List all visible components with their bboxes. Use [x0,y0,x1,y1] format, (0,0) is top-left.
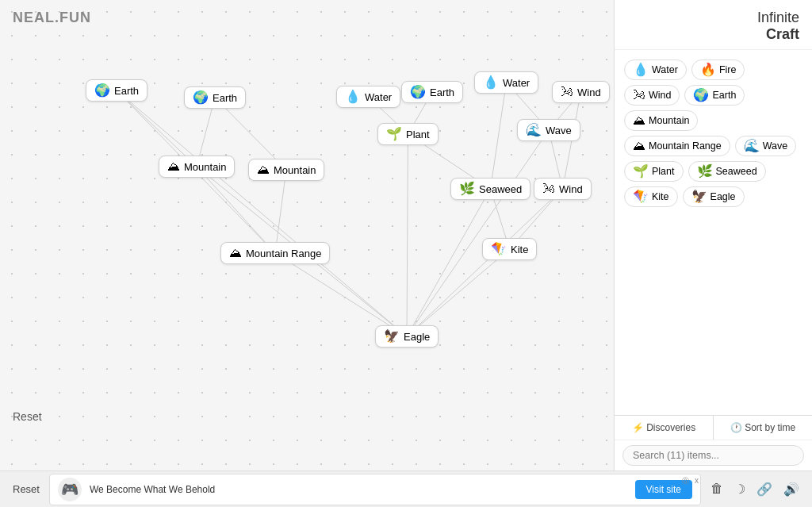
svg-line-17 [407,249,510,336]
node-n_earth3[interactable]: 🌍Earth [401,81,463,103]
node-n_wave[interactable]: 🌊Wave [517,119,580,141]
sidebar-element-plant[interactable]: 🌱Plant [624,161,684,182]
bottom-bar: Reset 🎮 We Become What We Behold Visit s… [0,471,812,507]
moon-icon[interactable]: ☽ [734,482,745,497]
ad-bar: 🎮 We Become What We Behold Visit site ⓪ … [49,474,701,505]
connections-svg [0,0,614,471]
node-n_earth2[interactable]: 🌍Earth [184,86,246,109]
node-n_wind2[interactable]: 🌬Wind [534,178,592,200]
sidebar: Infinite Craft 💧Water🔥Fire🌬Wind🌍Earth⛰Mo… [614,0,812,471]
sidebar-bottom: ⚡ Discoveries 🕐 Sort by time [615,415,812,440]
sound-icon[interactable]: 🔊 [783,482,799,497]
search-area [615,440,812,471]
node-n_wind1[interactable]: 🌬Wind [552,81,610,103]
logo-text: NEAL.FUN [13,10,91,25]
sidebar-element-water[interactable]: 💧Water [624,60,687,80]
node-n_eagle[interactable]: 🦅Eagle [375,325,439,348]
node-n_kite[interactable]: 🪁Kite [482,238,537,260]
search-input[interactable] [622,445,804,466]
svg-line-5 [275,170,286,253]
ad-avatar: 🎮 [58,478,82,501]
node-n_earth1[interactable]: 🌍Earth [86,79,147,102]
toolbar-icons: 🗑 ☽ 🔗 🔊 [710,482,799,497]
main-area: NEAL.FUN Reset 🌍Earth🌍Earth💧Water🌍Earth💧… [0,0,812,471]
svg-line-16 [275,253,407,336]
ad-close-button[interactable]: x [695,476,699,485]
node-n_plant[interactable]: 🌱Plant [377,123,439,145]
sidebar-element-mountain_range[interactable]: ⛰Mountain Range [624,136,730,156]
svg-line-19 [117,90,407,336]
elements-panel: 💧Water🔥Fire🌬Wind🌍Earth⛰Mountain⛰Mountain… [615,50,812,415]
node-n_seaweed[interactable]: 🌿Seaweed [450,178,530,200]
reset-bottom-button[interactable]: Reset [13,483,40,495]
sidebar-element-kite[interactable]: 🪁Kite [624,186,678,207]
sidebar-element-earth[interactable]: 🌍Earth [684,85,745,106]
infinite-text: Infinite [757,10,799,25]
sidebar-element-fire[interactable]: 🔥Fire [691,60,745,80]
sidebar-element-mountain[interactable]: ⛰Mountain [624,110,698,131]
sort-button[interactable]: 🕐 Sort by time [714,416,812,440]
svg-line-21 [407,130,549,336]
infinite-craft-logo: Infinite Craft [615,0,812,50]
sidebar-element-wave[interactable]: 🌊Wave [735,136,797,156]
sidebar-element-seaweed[interactable]: 🌿Seaweed [688,161,766,182]
canvas-area: NEAL.FUN Reset 🌍Earth🌍Earth💧Water🌍Earth💧… [0,0,614,471]
share-icon[interactable]: 🔗 [756,482,772,497]
svg-line-10 [491,83,507,189]
ad-label: ⓪ [682,476,689,486]
node-n_water2[interactable]: 💧Water [474,71,538,94]
logo: NEAL.FUN [13,10,91,26]
node-n_mountain2[interactable]: ⛰Mountain [248,159,324,181]
svg-line-20 [407,189,491,336]
delete-icon[interactable]: 🗑 [710,482,723,497]
reset-button[interactable]: Reset [13,410,42,423]
craft-text: Craft [766,26,799,42]
svg-line-23 [407,189,563,336]
sidebar-element-wind[interactable]: 🌬Wind [624,85,680,106]
ad-text: We Become What We Behold [90,484,627,495]
svg-line-18 [407,134,408,336]
node-n_mountain1[interactable]: ⛰Mountain [159,156,235,178]
sidebar-element-eagle[interactable]: 🦅Eagle [683,186,745,207]
discoveries-button[interactable]: ⚡ Discoveries [615,416,714,440]
node-n_water1[interactable]: 💧Water [336,86,400,108]
node-n_mountain_range[interactable]: ⛰Mountain Range [220,242,330,264]
